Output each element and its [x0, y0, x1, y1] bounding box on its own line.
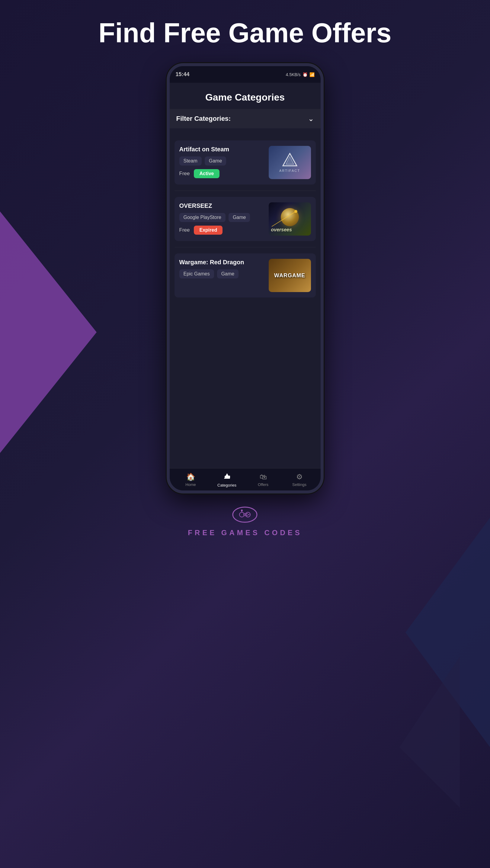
svg-point-7: [233, 507, 257, 522]
status-time: 15:44: [176, 71, 190, 78]
tag-game-wargame[interactable]: Game: [217, 270, 239, 278]
footer-logo: [231, 505, 258, 524]
price-label-overseez: Free: [179, 227, 190, 233]
status-badge-artifact: Active: [194, 169, 219, 178]
game-info-wargame: Wargame: Red Dragon Epic Games Game: [179, 259, 265, 282]
network-speed-icon: 4.5KB/s: [286, 72, 300, 77]
status-icons: 4.5KB/s ⏰ 📶: [286, 72, 314, 77]
categories-label: Categories: [217, 483, 236, 488]
nav-item-offers[interactable]: 🛍 Offers: [253, 473, 274, 488]
game-card-artifact[interactable]: Artifact on Steam Steam Game Free Active: [174, 141, 316, 185]
settings-label: Settings: [292, 482, 306, 487]
home-icon: 🏠: [186, 473, 195, 481]
tag-epic-games[interactable]: Epic Games: [179, 270, 214, 278]
game-tags-artifact: Steam Game: [179, 156, 265, 165]
tag-game-overseez[interactable]: Game: [229, 213, 250, 222]
bottom-navigation: 🏠 Home Categories 🛍 Offers: [170, 468, 321, 491]
offers-label: Offers: [258, 482, 268, 487]
signal-icon: 📶: [309, 72, 315, 77]
svg-line-2: [272, 211, 296, 226]
settings-icon: ⚙: [296, 473, 303, 481]
offers-icon: 🛍: [260, 473, 267, 481]
artifact-logo-text: ARTIFACT: [279, 169, 300, 173]
phone-frame: 15:44 4.5KB/s ⏰ 📶 Game Categories Filter…: [167, 63, 324, 494]
footer-text: FREE GAMES CODES: [188, 529, 302, 537]
svg-point-3: [294, 210, 297, 213]
status-bar: 15:44 4.5KB/s ⏰ 📶: [170, 66, 321, 83]
thumbnail-artifact: ARTIFACT: [269, 146, 311, 179]
status-badge-overseez: Expired: [194, 226, 223, 235]
nav-item-categories[interactable]: Categories: [217, 473, 238, 488]
svg-point-14: [248, 514, 249, 515]
phone-power-button: [322, 127, 324, 151]
game-title-overseez: OVERSEEZ: [179, 203, 265, 209]
svg-point-5: [225, 476, 226, 477]
oversees-thumbnail-text: oversees: [271, 227, 292, 232]
svg-rect-6: [228, 476, 230, 478]
home-label: Home: [185, 482, 196, 487]
filter-section[interactable]: Filter Categories: ⌄: [170, 109, 321, 128]
game-title-wargame: Wargame: Red Dragon: [179, 259, 265, 266]
tag-game-artifact[interactable]: Game: [205, 156, 226, 165]
filter-label: Filter Categories:: [176, 115, 231, 123]
tag-google-playstore[interactable]: Google PlayStore: [179, 213, 226, 222]
nav-item-home[interactable]: 🏠 Home: [180, 473, 201, 488]
footer-branding: FREE GAMES CODES: [188, 505, 302, 537]
game-price-row-overseez: Free Expired: [179, 226, 265, 235]
svg-point-11: [241, 509, 243, 511]
thumbnail-wargame: WARGAME: [269, 259, 311, 292]
nav-item-settings[interactable]: ⚙ Settings: [289, 473, 310, 488]
alarm-icon: ⏰: [302, 72, 308, 77]
app-header: Game Categories: [170, 83, 321, 109]
game-card-overseez[interactable]: OVERSEEZ Google PlayStore Game Free Expi…: [174, 197, 316, 241]
game-info-artifact: Artifact on Steam Steam Game Free Active: [179, 146, 265, 178]
phone-volume-up-button: [167, 121, 168, 135]
svg-point-13: [247, 513, 248, 514]
game-title-artifact: Artifact on Steam: [179, 146, 265, 153]
phone-screen: Game Categories Filter Categories: ⌄ Art…: [170, 83, 321, 491]
game-card-wargame[interactable]: Wargame: Red Dragon Epic Games Game WARG…: [174, 253, 316, 298]
phone-side-button-3: [167, 172, 168, 196]
wargame-thumbnail-text: WARGAME: [274, 272, 305, 279]
chevron-down-icon: ⌄: [308, 115, 314, 123]
bg-triangle-right2: [399, 657, 460, 808]
game-info-overseez: OVERSEEZ Google PlayStore Game Free Expi…: [179, 203, 265, 235]
categories-icon: [223, 473, 231, 482]
game-price-row-artifact: Free Active: [179, 169, 265, 178]
tag-steam[interactable]: Steam: [179, 156, 202, 165]
game-tags-overseez: Google PlayStore Game: [179, 213, 265, 222]
game-tags-wargame: Epic Games Game: [179, 270, 265, 278]
main-title: Find Free Game Offers: [98, 18, 391, 48]
svg-point-15: [247, 515, 248, 516]
content-area: Artifact on Steam Steam Game Free Active: [170, 128, 321, 468]
phone-notch: [221, 66, 269, 74]
bg-triangle-left: [0, 211, 97, 453]
price-label-artifact: Free: [179, 170, 190, 177]
phone-wrapper: 15:44 4.5KB/s ⏰ 📶 Game Categories Filter…: [167, 63, 324, 494]
thumbnail-overseez: oversees: [269, 203, 311, 236]
divider-2: [174, 247, 316, 247]
phone-volume-down-button: [167, 142, 168, 166]
app-title: Game Categories: [205, 92, 285, 103]
